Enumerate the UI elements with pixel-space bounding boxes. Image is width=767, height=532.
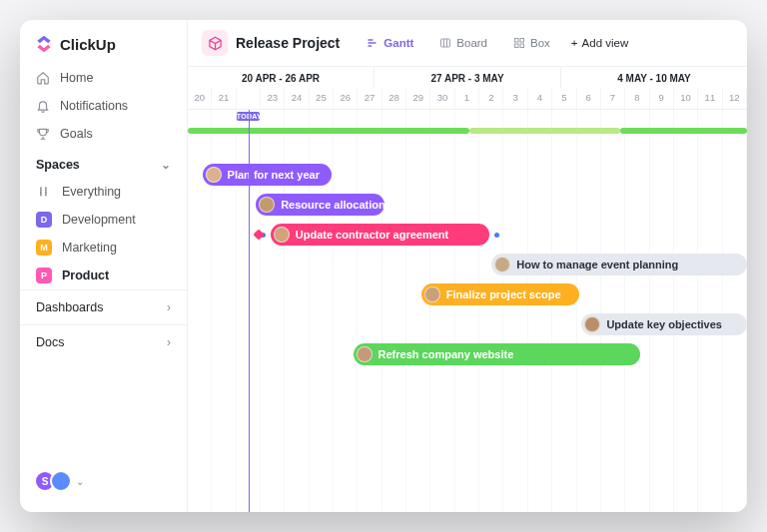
svg-rect-3 [515,44,519,48]
gantt-icon [367,37,379,49]
sidebar-dashboards[interactable]: Dashboards › [20,289,187,324]
day-cell[interactable]: 27 [358,88,382,109]
home-icon [36,71,50,85]
trophy-icon [36,127,50,141]
day-cell[interactable]: 4 [528,88,552,109]
week-header: 20 APR - 26 APR [188,67,375,88]
task-label: Plan for next year [228,169,320,181]
view-tab-board[interactable]: Board [430,32,496,54]
section-label: Dashboards [36,300,103,314]
brand-name: ClickUp [60,36,116,53]
day-cell[interactable]: 30 [430,88,454,109]
summary-bar [620,128,747,134]
day-cell[interactable]: 24 [285,88,309,109]
gantt-task[interactable]: Refresh company website [354,343,640,365]
task-avatar [494,257,510,272]
project-title: Release Project [236,35,340,51]
day-cell[interactable]: 11 [698,88,722,109]
day-cell[interactable]: 7 [601,88,625,109]
week-header: 4 MAY - 10 MAY [561,67,747,88]
nav-label: Home [60,71,93,85]
nav-home[interactable]: Home [20,64,187,92]
space-badge: M [36,240,52,256]
day-cell[interactable]: 6 [577,88,601,109]
task-avatar [357,346,373,362]
day-cell[interactable]: 12 [723,88,747,109]
space-marketing[interactable]: M Marketing [20,234,187,262]
day-cell[interactable]: 23 [261,88,285,109]
main-panel: Release Project Gantt Board Box + Add vi… [188,20,747,512]
section-label: Docs [36,335,64,349]
space-label: Marketing [62,241,117,255]
nav-goals[interactable]: Goals [20,120,187,148]
day-cell[interactable]: 28 [383,88,406,109]
sidebar: ClickUp Home Notifications Goals Spaces … [20,20,188,512]
space-label: Development [62,213,136,227]
space-everything[interactable]: ⁞⁞ Everything [20,178,187,206]
chevron-down-icon: ⌄ [161,158,171,172]
space-label: Everything [62,185,121,199]
clickup-logo-icon [34,34,54,54]
day-cell[interactable]: TODAY22 [237,88,261,109]
view-tab-gantt[interactable]: Gantt [358,32,422,54]
app-window: ClickUp Home Notifications Goals Spaces … [20,20,747,512]
gantt-chart[interactable]: Plan for next yearResource allocationUpd… [188,110,747,512]
sidebar-docs[interactable]: Docs › [20,324,187,359]
chevron-down-icon[interactable]: ⌄ [76,476,84,487]
task-label: Update key objectives [606,318,722,330]
brand[interactable]: ClickUp [20,30,187,64]
view-label: Board [456,37,487,49]
task-avatar [206,167,222,183]
day-cell[interactable]: 21 [212,88,236,109]
task-avatar [259,197,275,213]
day-cell[interactable]: 8 [625,88,649,109]
grid-icon: ⁞⁞ [36,184,52,200]
add-view-label: Add view [582,37,629,49]
sidebar-footer: S ⌄ [20,460,187,502]
box-icon [513,37,525,49]
section-label: Spaces [36,158,80,172]
nav-notifications[interactable]: Notifications [20,92,187,120]
cube-icon [208,36,223,51]
day-cell[interactable]: 3 [503,88,527,109]
day-cell[interactable]: 1 [455,88,479,109]
day-cell[interactable]: 26 [334,88,358,109]
day-cell[interactable]: 20 [188,88,212,109]
board-icon [439,37,451,49]
svg-rect-1 [515,39,519,43]
space-development[interactable]: D Development [20,206,187,234]
plus-icon: + [571,37,578,49]
summary-bar [469,128,620,134]
day-cell[interactable]: 25 [310,88,334,109]
bell-icon [36,99,50,113]
day-cell[interactable]: 5 [552,88,576,109]
day-cell[interactable]: 9 [650,88,674,109]
chevron-right-icon: › [167,335,171,349]
task-avatar [274,227,290,243]
svg-rect-2 [520,39,524,43]
gantt-task[interactable]: Update key objectives [581,313,747,335]
gantt-task[interactable]: Resource allocation [256,194,384,216]
space-badge: P [36,267,52,283]
task-avatar [424,286,440,302]
gantt-task[interactable]: Update contractor agreement [271,224,489,246]
week-header: 27 APR - 3 MAY [375,67,561,88]
user-avatar[interactable] [50,470,72,492]
gantt-task[interactable]: How to manage event planning [491,254,747,275]
space-product[interactable]: P Product [20,262,187,289]
dependency-dot[interactable] [494,233,499,238]
view-tab-box[interactable]: Box [504,32,559,54]
nav-label: Goals [60,127,93,141]
task-label: Resource allocation [281,199,385,211]
gantt-task[interactable]: Finalize project scope [421,283,579,305]
space-label: Product [62,268,109,282]
task-label: Finalize project scope [446,288,561,300]
sidebar-spaces-header[interactable]: Spaces ⌄ [20,148,187,178]
day-cell[interactable]: 10 [674,88,698,109]
gantt-task[interactable]: Plan for next year [203,164,332,186]
day-cell[interactable]: 29 [406,88,430,109]
project-icon [202,30,228,56]
add-view-button[interactable]: + Add view [571,37,628,49]
day-cell[interactable]: 2 [479,88,503,109]
chevron-right-icon: › [167,300,171,314]
